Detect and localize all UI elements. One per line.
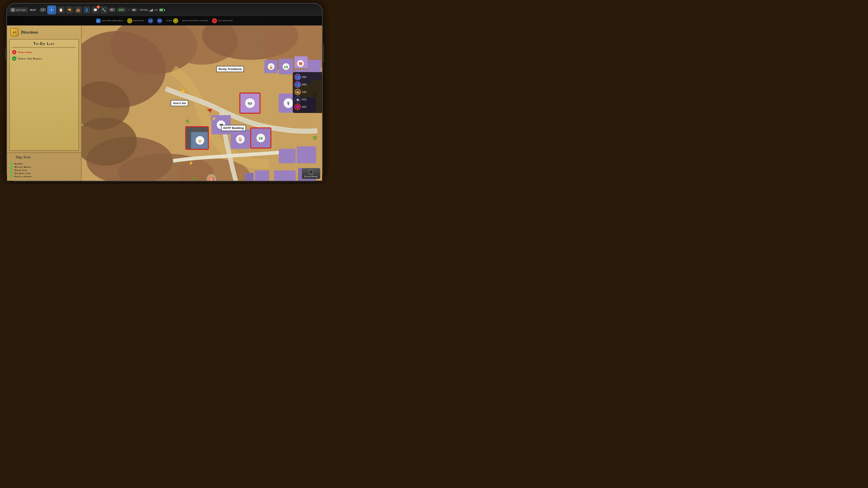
quick-apps-label: Quick Apps [16,9,26,11]
tool-label-waypoint: Waypoint Marker [14,166,31,168]
stat-count-4: 0/10 [302,98,306,101]
char-icon-2: 👥 [294,81,301,88]
svg-text:🗺: 🗺 [219,123,223,127]
nav-stick-icon: 🕹 [96,19,101,23]
stat-row-4: 🧙 0/10 [294,96,320,103]
battery-icon [159,8,164,11]
todo-text-check-agency: Check Job Agency [18,57,42,60]
svg-text:🎁: 🎁 [299,62,303,66]
map-tools-list: Mini-Map Waypoint Marker Errand Icons Si… [7,162,81,181]
tool-dot-waypoint [10,166,13,168]
directions-title: Directions [21,30,38,35]
chat-icon[interactable]: 💬 4 [92,6,99,13]
todo-badge-check-agency: JA [12,56,17,61]
volume-button[interactable] [5,49,7,60]
svg-text:🌿: 🌿 [185,119,189,123]
tool-errand: Errand Icons [10,169,78,171]
tool-dot-poi [10,175,13,177]
map-nav-icon[interactable] [48,6,56,14]
todo-title: To-Do List [12,42,76,48]
tool-label-errand: Errand Icons [14,169,27,171]
main-content: ↩ Directions To-Do List ⊘ Find a Job JA … [7,26,322,181]
tool-dot-errand [10,169,13,171]
svg-text:💵: 💵 [284,65,288,69]
map-tools-title: Map Tools [16,155,31,159]
svg-rect-55 [255,170,269,181]
set-waypoint-label: Set Waypoint [218,20,233,22]
svg-text:⚡: ⚡ [188,161,193,166]
stat-row-2: 👥 0/50 [294,81,320,88]
todo-badge-find-job: ⊘ [12,50,17,55]
map-area[interactable]: 🔒 💵 🎁 🎙 🍽 🗺 [82,26,322,181]
svg-text:🍽: 🍽 [248,101,252,106]
svg-rect-52 [297,147,316,163]
heart-display: ♥ [127,8,129,11]
stat-count-1: 0/50 [302,76,306,78]
top-bar: Quick Apps MAP L1 📋 🔫 👜 👤 💬 4 🔧 R1 $50 [7,4,322,16]
person-icon[interactable]: 👤 [83,6,90,13]
char-icon-3: 🧙 [294,89,301,95]
svg-rect-51 [279,149,296,163]
svg-rect-1 [52,8,54,10]
todo-panel: To-Do List ⊘ Find a Job JA Check Job Age… [9,39,79,151]
svg-text:🔒: 🔒 [269,65,273,69]
signal-bar-4 [152,9,153,11]
svg-rect-0 [50,8,52,10]
tool-mini-map: Mini-Map [10,163,78,165]
svg-text:🎯: 🎯 [209,176,214,181]
close-phone-label: Close Phone [304,175,318,177]
money-display: $50 [117,7,126,12]
gun-icon[interactable]: 🔫 [66,6,73,13]
svg-rect-53 [274,170,296,181]
svg-text:✋: ✋ [180,88,186,94]
char-icon-1: 👥 [294,74,301,80]
list-icon[interactable]: 📋 [57,6,65,13]
battery-fill [160,9,163,11]
control-hints-bar: 🕹 Navigate Side Menu L MOVE MAP L2 R2 Zo… [7,16,322,26]
map-label: MAP [30,8,36,11]
char-icon-4: 🧙 [294,96,301,103]
stat-count-5: 0/53 [302,106,306,108]
svg-rect-56 [245,173,254,181]
quick-apps-button[interactable]: Quick Apps [9,7,28,12]
svg-text:🎙: 🎙 [287,101,290,106]
todo-text-find-job: Find a Job [18,51,32,54]
move-map-hint: L MOVE MAP [127,18,144,23]
l1-button[interactable]: L1 [40,8,46,12]
heart-icon: ♥ [127,8,129,11]
svg-rect-67 [310,170,312,173]
tool-label-mini-map: Mini-Map [14,163,23,165]
tool-dot-mini-map [10,163,13,165]
char-stats-overlay: 👥 0/50 👥 0/50 🧙 1/50 🧙 0/10 😈 0/5 [293,72,322,113]
phone-device: scrotorola Quick Apps MAP L1 📋 🔫 👜 � [6,3,323,182]
stat-row-1: 👥 0/50 [294,74,320,80]
directions-header: ↩ Directions [7,26,81,39]
quick-apps-icon [11,8,15,12]
stat-count-3: 1/50 [302,91,306,93]
tools-icon[interactable]: 🔧 [100,6,107,13]
r1-button[interactable]: R1 [109,8,116,12]
stat-row-5: 😈 0/53 [294,104,320,110]
r-button: R [173,18,178,23]
close-phone-button[interactable]: Close Phone [302,168,320,179]
l2-button-ctrl: L2 [148,18,153,23]
signal-bars [149,8,153,11]
day-display: Monday [140,8,148,11]
tool-side-quest: Side Quest Icons [10,172,78,174]
l2-hint: L2 [148,18,153,23]
svg-text:🏠: 🏠 [238,137,243,141]
svg-text:🌿: 🌿 [312,135,317,140]
power-button[interactable] [322,44,324,62]
svg-text:⚡: ⚡ [212,116,217,121]
chat-badge: 4 [97,5,100,8]
map-tools-header: ✦ Map Tools [7,153,81,162]
r2-button-ctrl: R2 [157,18,162,23]
record-button [212,18,217,23]
svg-text:🌿: 🌿 [191,177,195,181]
todo-item-find-job: ⊘ Find a Job [12,50,76,55]
signal-bar-2 [150,10,151,11]
map-grid-icon [49,7,55,13]
svg-rect-2 [50,10,52,12]
zoom-hint: Zoom R [166,18,178,23]
bag-icon[interactable]: 👜 [74,6,82,13]
